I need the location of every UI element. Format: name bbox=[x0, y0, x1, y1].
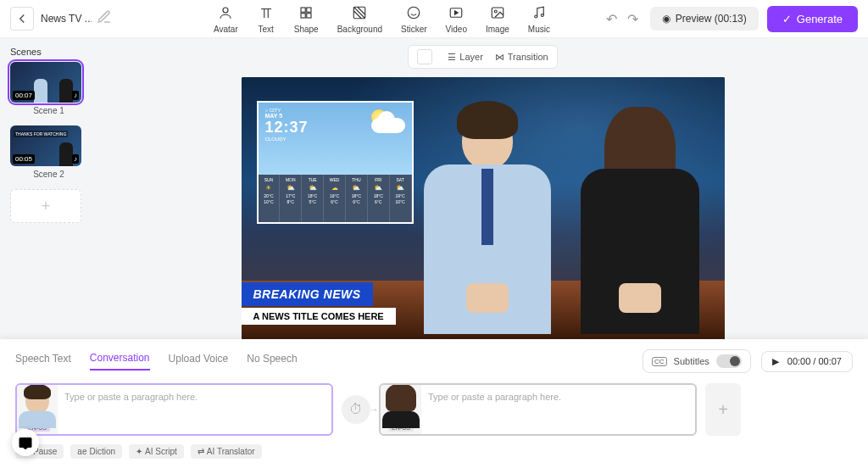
add-conversation-button[interactable]: + bbox=[705, 383, 741, 436]
tab-upload-voice[interactable]: Upload Voice bbox=[169, 353, 229, 370]
chip-ai-translator[interactable]: ⇄AI Translator bbox=[191, 444, 262, 459]
scene-duration: 00:07 bbox=[13, 91, 35, 100]
tool-text[interactable]: Text bbox=[257, 3, 275, 34]
scene-label: Scene 1 bbox=[10, 106, 87, 115]
svg-point-9 bbox=[494, 10, 497, 13]
edit-title-icon[interactable] bbox=[97, 9, 112, 28]
tool-sticker[interactable]: Sticker bbox=[401, 3, 427, 34]
transition-icon: ⋈ bbox=[495, 52, 504, 63]
speech-tabs: Speech Text Conversation Upload Voice No… bbox=[15, 349, 853, 373]
preview-icon: ◉ bbox=[662, 13, 670, 25]
news-subtitle[interactable]: A NEWS TITLE COMES HERE bbox=[242, 308, 396, 325]
scene-thumb-1[interactable]: 00:07 ♪ bbox=[10, 62, 81, 103]
cc-icon: CC bbox=[652, 357, 667, 366]
svg-rect-3 bbox=[301, 14, 305, 18]
avatar-icon bbox=[216, 3, 235, 22]
svg-point-6 bbox=[409, 7, 420, 19]
conversation-block-1[interactable]: EN-US Type or paste a paragraph here. bbox=[15, 383, 333, 436]
conv-textarea-2[interactable]: Type or paste a paragraph here. bbox=[421, 385, 695, 434]
layer-icon: ☰ bbox=[448, 52, 456, 63]
tab-speech-text[interactable]: Speech Text bbox=[15, 353, 71, 370]
play-button[interactable]: ▶ bbox=[772, 356, 779, 367]
scene-duration: 00:05 bbox=[13, 154, 35, 164]
weather-panel: ○ CITY MAY 5 12:37 CLOUDY SUN☀20°C10°CMO… bbox=[257, 101, 414, 224]
bottom-panel: Speech Text Conversation Upload Voice No… bbox=[0, 339, 868, 468]
transition-button[interactable]: ⋈ Transition bbox=[495, 52, 548, 63]
layer-checkbox[interactable] bbox=[417, 49, 432, 64]
project-title-input[interactable] bbox=[41, 13, 92, 25]
tool-avatar[interactable]: Avatar bbox=[214, 3, 238, 34]
layer-button[interactable]: ☰ Layer bbox=[448, 52, 483, 63]
generate-button[interactable]: ✓ Generate bbox=[767, 6, 858, 32]
svg-rect-8 bbox=[492, 8, 504, 18]
add-scene-button[interactable]: + bbox=[10, 189, 81, 223]
subtitles-toggle[interactable] bbox=[716, 354, 742, 368]
conv-avatar-2[interactable]: EN-US bbox=[381, 385, 421, 434]
scene-label: Scene 2 bbox=[10, 170, 87, 179]
tool-background[interactable]: Background bbox=[337, 3, 382, 34]
preview-button[interactable]: ◉ Preview (00:13) bbox=[650, 7, 759, 31]
sticker-icon bbox=[404, 3, 423, 22]
tool-image[interactable]: Image bbox=[486, 3, 509, 34]
subtitles-control: CC Subtitles bbox=[643, 349, 751, 373]
tool-shape[interactable]: Shape bbox=[294, 3, 319, 34]
chip-diction[interactable]: aeDiction bbox=[70, 444, 122, 459]
preview-stage[interactable]: ○ CITY MAY 5 12:37 CLOUDY SUN☀20°C10°CMO… bbox=[242, 77, 725, 340]
music-icon bbox=[530, 3, 548, 22]
playback-control: ▶ 00:00 / 00:07 bbox=[761, 351, 853, 372]
image-icon bbox=[488, 3, 507, 22]
svg-rect-1 bbox=[301, 8, 305, 12]
generate-icon: ✓ bbox=[782, 13, 792, 25]
conv-textarea-1[interactable]: Type or paste a paragraph here. bbox=[58, 385, 331, 434]
tool-video[interactable]: Video bbox=[446, 3, 467, 34]
music-icon: ♪ bbox=[72, 91, 79, 100]
scene-thumb-2[interactable]: THANKS FOR WATCHING 00:05 ♪ bbox=[10, 125, 81, 166]
text-icon bbox=[257, 3, 275, 22]
redo-button[interactable]: ↷ bbox=[627, 11, 638, 27]
conv-avatar-1[interactable]: EN-US bbox=[17, 385, 58, 434]
conv-timing-icon[interactable]: ⏱ bbox=[342, 395, 370, 424]
tool-music[interactable]: Music bbox=[528, 3, 550, 34]
conversation-block-2[interactable]: EN-US Type or paste a paragraph here. bbox=[379, 383, 697, 436]
scenes-panel: Scenes 00:07 ♪ Scene 1 THANKS FOR WATCHI… bbox=[0, 38, 97, 339]
tab-no-speech[interactable]: No Speech bbox=[247, 353, 297, 370]
svg-rect-4 bbox=[307, 14, 311, 18]
svg-point-11 bbox=[541, 14, 543, 17]
layer-toolbar: ☰ Layer ⋈ Transition bbox=[408, 45, 557, 69]
time-display: 00:00 / 00:07 bbox=[787, 356, 842, 366]
background-icon bbox=[350, 3, 369, 22]
intercom-button[interactable] bbox=[12, 429, 39, 456]
chip-ai-script[interactable]: ✦AI Script bbox=[129, 444, 184, 459]
back-button[interactable] bbox=[10, 7, 34, 31]
svg-point-10 bbox=[535, 15, 537, 18]
video-icon bbox=[447, 3, 465, 22]
music-icon: ♪ bbox=[72, 154, 79, 164]
news-banner[interactable]: BREAKING NEWS bbox=[242, 282, 373, 306]
svg-point-0 bbox=[223, 8, 228, 13]
tab-conversation[interactable]: Conversation bbox=[90, 352, 150, 370]
toolbar: Avatar Text Shape Background Sticker Vid… bbox=[214, 3, 550, 34]
avatar-male[interactable] bbox=[411, 111, 564, 340]
scenes-title: Scenes bbox=[10, 47, 87, 57]
svg-rect-2 bbox=[307, 8, 311, 12]
undo-button[interactable]: ↶ bbox=[606, 11, 617, 27]
avatar-female[interactable] bbox=[568, 115, 712, 340]
shape-icon bbox=[297, 3, 315, 22]
canvas-area: ☰ Layer ⋈ Transition ○ CITY MAY 5 12:37 … bbox=[97, 38, 868, 339]
